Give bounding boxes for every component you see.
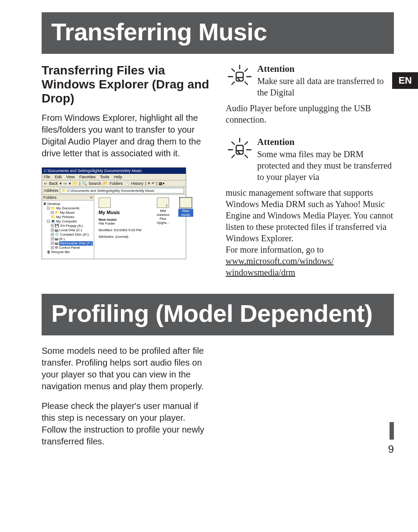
history-icon: 🕒 <box>124 181 129 186</box>
svg-line-6 <box>245 82 248 85</box>
tree-floppy: +💾 3½ Floppy (A:) <box>43 224 93 228</box>
explorer-toolbar: ⇦Back ▾⇨▾ 📁 | 🔍Search 📂Folders 🕒History … <box>42 180 186 187</box>
explorer-screenshot: C:\Documents and Settings\lig\My Documen… <box>42 167 186 259</box>
attention-block-1: Attention Make sure all data are transfe… <box>226 63 394 98</box>
attention-lead-1: Make sure all data are transferred to th… <box>257 75 394 98</box>
file-item-new-music: New music <box>178 197 193 217</box>
paragraph-profiling-2: Please check the player's user manual if… <box>42 400 210 447</box>
info-type: File Folder <box>99 222 147 225</box>
svg-line-9 <box>232 142 234 144</box>
file-item-jukebox: MM Jukebox Plus Upgra... <box>156 197 170 225</box>
info-folder-name: New music <box>99 218 147 222</box>
explorer-titlebar: C:\Documents and Settings\lig\My Documen… <box>42 168 186 174</box>
tree-my-music: +📁 My Music <box>43 211 93 215</box>
menu-help: Help <box>114 175 122 179</box>
menu-view: View <box>66 175 74 179</box>
menu-tools: Tools <box>100 175 109 179</box>
page-number-rule <box>390 422 394 440</box>
attention-continue-2b: For more information, go to www.microsof… <box>226 244 394 278</box>
up-icon: 📁 <box>73 181 78 186</box>
tree-header: Folders <box>43 195 57 200</box>
info-modified: Modified: 5/2/2003 5:03 PM <box>99 228 147 232</box>
tree-removable-disk: +🖴 Removable Disk (F:) <box>43 241 93 246</box>
svg-line-14 <box>245 155 248 158</box>
toolbar-back: Back <box>49 181 58 186</box>
banner-profiling: Profiling (Model Dependent) <box>42 294 394 335</box>
attention-lead-2: Some wma files may be DRM protected and … <box>257 148 394 183</box>
menu-edit: Edit <box>55 175 62 179</box>
page-number: 9 <box>388 443 394 455</box>
svg-line-2 <box>245 69 248 71</box>
folder-icon <box>99 197 111 208</box>
tree-my-documents: −📁 My Documents <box>43 206 93 211</box>
paragraph-transfer-instructions: From Windows Explorer, highlight all the… <box>42 112 210 159</box>
menu-favorites: Favorites <box>79 175 96 179</box>
banner-transferring-music: Transferring Music <box>42 12 394 54</box>
svg-line-5 <box>232 82 234 85</box>
attention-title-1: Attention <box>257 63 394 74</box>
svg-line-10 <box>245 142 248 144</box>
drm-link: www.microsoft.com/windows/ windowsmedia/… <box>226 256 333 277</box>
tree-my-computer: −💻 My Computer <box>43 219 93 224</box>
svg-line-1 <box>232 69 234 71</box>
caution-icon <box>226 63 254 90</box>
caution-icon <box>226 137 254 163</box>
music-file-icon <box>157 197 169 208</box>
toolbar-history: History <box>131 181 143 186</box>
back-icon: ⇦ <box>44 181 47 186</box>
menu-file: File <box>44 175 50 179</box>
folder-icon <box>180 197 192 208</box>
paragraph-profiling-1: Some models need to be profiled after fi… <box>42 345 210 392</box>
attention-continue-2a: music management software that supports … <box>226 187 394 244</box>
explorer-address-bar: Address 📁 C:\Documents and Settings\lig\… <box>42 187 186 195</box>
attention-continue-1: Audio Player before unplugging the USB c… <box>226 102 394 125</box>
heading-transferring-files: Transferring Files via Windows Explorer … <box>42 63 210 106</box>
info-attributes: Attributes: (normal) <box>99 235 147 239</box>
attention-block-2: Attention Some wma files may be DRM prot… <box>226 137 394 183</box>
folders-icon: 📂 <box>103 181 108 186</box>
close-icon: × <box>90 195 92 200</box>
search-icon: 🔍 <box>82 181 87 186</box>
tree-local-disk: +🖴 Local Disk (C:) <box>43 228 93 233</box>
info-title: My Music <box>99 210 147 215</box>
explorer-tree-pane: Folders × 🖥 Desktop −📁 My Documents +📁 M… <box>42 195 94 259</box>
address-field: 📁 C:\Documents and Settings\lig\My Docum… <box>60 188 184 194</box>
attention-title-2: Attention <box>257 137 394 148</box>
explorer-content-pane: My Music New music File Folder Modified:… <box>94 195 198 259</box>
tree-drive-e: +🖴 (E:) <box>43 237 93 241</box>
address-label: Address <box>44 188 58 193</box>
toolbar-folders: Folders <box>110 181 123 186</box>
tree-my-pictures: 📁 My Pictures <box>43 215 93 219</box>
toolbar-search: Search <box>89 181 101 186</box>
tree-desktop: 🖥 Desktop <box>43 202 93 206</box>
explorer-menubar: File Edit View Favorites Tools Help <box>42 174 186 180</box>
forward-icon: ⇨ <box>64 181 67 186</box>
tree-control-panel: +⚙ Control Panel <box>43 246 93 250</box>
language-tag: EN <box>392 72 418 89</box>
tree-compact-disc: +💿 Compact Disc (D:) <box>43 233 93 237</box>
tree-recycle-bin: 🗑 Recycle Bin <box>43 250 93 254</box>
svg-line-13 <box>232 155 234 158</box>
